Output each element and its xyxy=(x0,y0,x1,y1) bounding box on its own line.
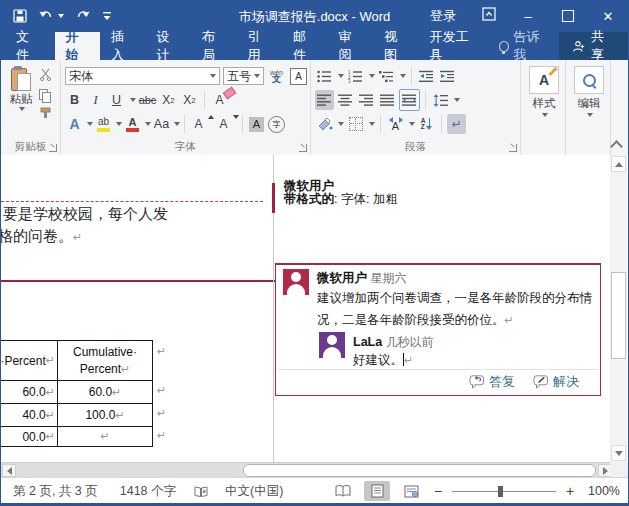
proofing-icon[interactable] xyxy=(194,485,209,498)
format-painter-icon[interactable] xyxy=(39,105,58,123)
font-color-caret[interactable] xyxy=(145,122,151,126)
tab-mailings[interactable]: 邮件 xyxy=(282,32,328,60)
bullets-button[interactable] xyxy=(315,66,334,86)
font-dialog-launcher[interactable] xyxy=(299,144,307,152)
bold-button[interactable]: B xyxy=(65,90,84,110)
tab-file[interactable]: 文件 xyxy=(1,32,55,60)
styles-caret[interactable] xyxy=(542,113,548,117)
change-case-button[interactable]: Aa xyxy=(152,114,171,134)
undo-icon[interactable] xyxy=(39,10,64,22)
styles-button[interactable]: A 样式 xyxy=(525,64,563,117)
underline-button[interactable]: U xyxy=(107,90,126,110)
clipboard-dialog-launcher[interactable] xyxy=(49,144,57,152)
line-spacing-button[interactable] xyxy=(431,90,450,110)
reply-button[interactable]: 答复 xyxy=(469,373,515,391)
show-hide-marks-button[interactable]: ↵ xyxy=(447,114,466,134)
superscript-button[interactable]: X2 xyxy=(180,90,199,110)
tab-developer[interactable]: 开发工具 xyxy=(419,32,488,60)
horizontal-scroll-thumb[interactable] xyxy=(243,464,596,477)
resolve-button[interactable]: 解决 xyxy=(533,373,579,391)
scroll-down-button[interactable] xyxy=(611,445,626,461)
copy-icon[interactable] xyxy=(39,89,50,101)
asian-layout-button[interactable]: A xyxy=(386,114,405,134)
asian-layout-caret[interactable] xyxy=(409,122,415,126)
borders-caret[interactable] xyxy=(369,122,375,126)
decrease-indent-button[interactable] xyxy=(417,66,436,86)
paste-dropdown-caret[interactable] xyxy=(19,107,25,111)
text-effects-caret[interactable] xyxy=(87,122,93,126)
horizontal-scrollbar[interactable] xyxy=(1,462,628,478)
scroll-left-button[interactable] xyxy=(2,464,16,477)
share-button[interactable]: 共享 xyxy=(559,32,628,60)
shading-caret[interactable] xyxy=(338,122,344,126)
editing-button[interactable]: 编辑 xyxy=(570,64,608,117)
paragraph-dialog-launcher[interactable] xyxy=(509,144,517,152)
vertical-scrollbar[interactable] xyxy=(610,155,627,462)
qat-customize-icon[interactable] xyxy=(102,11,112,21)
page-indicator[interactable]: 第 2 页, 共 3 页 xyxy=(13,483,98,500)
tell-me-box[interactable]: 告诉我 xyxy=(488,32,560,60)
increase-indent-button[interactable] xyxy=(438,66,457,86)
font-color-button[interactable]: A xyxy=(123,114,142,134)
numbering-caret[interactable] xyxy=(369,74,375,78)
bullets-caret[interactable] xyxy=(338,74,344,78)
phonetic-guide-button[interactable]: wén文 xyxy=(267,66,286,86)
paste-button[interactable]: 粘贴 xyxy=(5,64,37,111)
change-case-caret[interactable] xyxy=(174,122,180,126)
tab-review[interactable]: 审阅 xyxy=(328,32,374,60)
redo-icon[interactable] xyxy=(76,10,90,22)
font-name-select[interactable]: 宋体 xyxy=(65,67,220,85)
align-right-button[interactable] xyxy=(357,90,376,110)
tab-home[interactable]: 开始 xyxy=(55,32,101,60)
tracked-change-entry[interactable]: 微软用户 带格式的: 字体: 加粗 xyxy=(284,180,398,206)
strikethrough-button[interactable]: abc xyxy=(138,90,157,110)
shrink-font-button[interactable]: A xyxy=(214,114,238,134)
character-border-button[interactable]: A xyxy=(289,66,308,86)
collapse-ribbon-button[interactable] xyxy=(610,140,623,153)
grow-font-button[interactable]: A xyxy=(189,114,213,134)
multilevel-caret[interactable] xyxy=(400,74,406,78)
tab-insert[interactable]: 插入 xyxy=(100,32,146,60)
font-size-select[interactable]: 五号 xyxy=(223,67,264,85)
justify-button[interactable] xyxy=(378,90,397,110)
maximize-button[interactable] xyxy=(548,0,588,32)
zoom-slider-thumb[interactable] xyxy=(498,486,503,497)
web-layout-button[interactable] xyxy=(398,481,424,501)
distributed-button[interactable] xyxy=(399,89,420,111)
align-center-button[interactable] xyxy=(336,90,355,110)
enclose-characters-button[interactable]: 字 xyxy=(267,114,286,134)
text-effects-button[interactable]: A xyxy=(65,114,84,134)
print-layout-button[interactable] xyxy=(364,481,390,501)
save-icon[interactable] xyxy=(13,9,27,23)
character-shading-button[interactable]: A xyxy=(247,114,266,134)
tab-view[interactable]: 视图 xyxy=(373,32,419,60)
cut-icon[interactable] xyxy=(39,67,58,85)
tab-references[interactable]: 引用 xyxy=(237,32,283,60)
zoom-out-button[interactable]: − xyxy=(432,483,444,499)
undo-dropdown-caret[interactable] xyxy=(58,14,64,18)
tab-design[interactable]: 设计 xyxy=(146,32,192,60)
document-area[interactable]: 要是学校校园，每个人发 格的问卷。↵ ·Percent↵ Cumulative·… xyxy=(1,155,628,462)
highlight-color-button[interactable]: ab xyxy=(94,114,113,134)
zoom-in-button[interactable]: + xyxy=(564,483,576,499)
line-spacing-caret[interactable] xyxy=(454,98,460,102)
ribbon-display-options-icon[interactable] xyxy=(470,7,508,25)
sign-in-button[interactable]: 登录 xyxy=(416,7,470,25)
comment-card[interactable]: 微软用户 星期六 建议增加两个问卷调查，一是各年龄阶段的分布情况，二是各年龄阶段… xyxy=(275,263,601,396)
shading-button[interactable] xyxy=(315,114,334,134)
editing-caret[interactable] xyxy=(587,113,593,117)
numbering-button[interactable]: 123 xyxy=(346,66,365,86)
word-count[interactable]: 1418 个字 xyxy=(120,483,176,500)
borders-button[interactable] xyxy=(346,114,365,134)
language-indicator[interactable]: 中文(中国) xyxy=(225,483,283,500)
clear-formatting-button[interactable]: A xyxy=(210,90,229,110)
zoom-level[interactable]: 100% xyxy=(584,484,620,498)
italic-button[interactable]: I xyxy=(86,90,105,110)
scroll-up-button[interactable] xyxy=(611,156,626,172)
align-left-button[interactable] xyxy=(315,90,334,110)
multilevel-list-button[interactable] xyxy=(377,66,396,86)
vertical-scroll-thumb[interactable] xyxy=(611,272,626,359)
tab-layout[interactable]: 布局 xyxy=(191,32,237,60)
read-mode-button[interactable] xyxy=(330,481,356,501)
highlight-caret[interactable] xyxy=(116,122,122,126)
